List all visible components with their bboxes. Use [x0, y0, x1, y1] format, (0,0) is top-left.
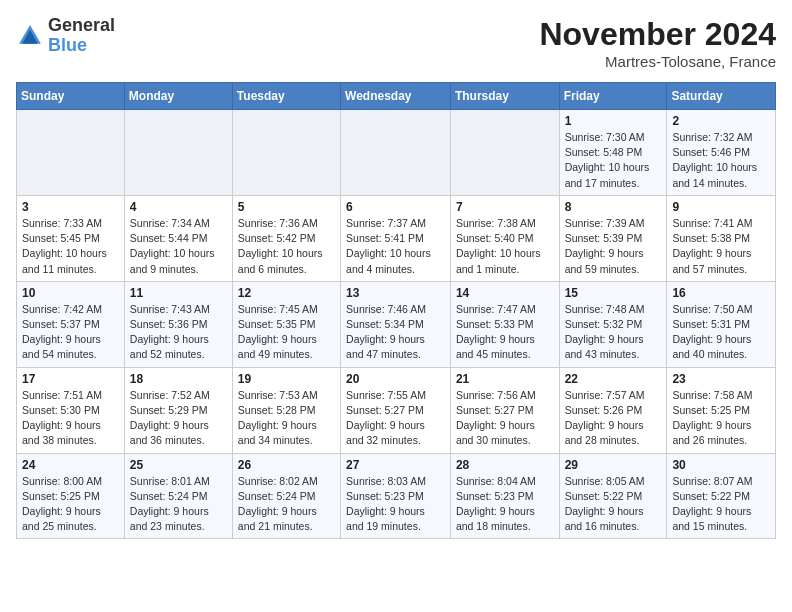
day-info: Sunrise: 7:48 AM Sunset: 5:32 PM Dayligh…	[565, 302, 662, 363]
day-info: Sunrise: 8:02 AM Sunset: 5:24 PM Dayligh…	[238, 474, 335, 535]
day-number: 26	[238, 458, 335, 472]
day-number: 29	[565, 458, 662, 472]
calendar-cell	[232, 110, 340, 196]
calendar-week-row: 17Sunrise: 7:51 AM Sunset: 5:30 PM Dayli…	[17, 367, 776, 453]
day-number: 1	[565, 114, 662, 128]
calendar-cell: 10Sunrise: 7:42 AM Sunset: 5:37 PM Dayli…	[17, 281, 125, 367]
day-number: 17	[22, 372, 119, 386]
calendar-cell: 12Sunrise: 7:45 AM Sunset: 5:35 PM Dayli…	[232, 281, 340, 367]
calendar-cell: 25Sunrise: 8:01 AM Sunset: 5:24 PM Dayli…	[124, 453, 232, 539]
day-info: Sunrise: 8:01 AM Sunset: 5:24 PM Dayligh…	[130, 474, 227, 535]
day-number: 27	[346, 458, 445, 472]
day-number: 28	[456, 458, 554, 472]
weekday-header-monday: Monday	[124, 83, 232, 110]
day-number: 5	[238, 200, 335, 214]
day-info: Sunrise: 7:55 AM Sunset: 5:27 PM Dayligh…	[346, 388, 445, 449]
day-number: 13	[346, 286, 445, 300]
calendar-cell: 21Sunrise: 7:56 AM Sunset: 5:27 PM Dayli…	[450, 367, 559, 453]
calendar-cell: 18Sunrise: 7:52 AM Sunset: 5:29 PM Dayli…	[124, 367, 232, 453]
weekday-header-sunday: Sunday	[17, 83, 125, 110]
day-number: 30	[672, 458, 770, 472]
calendar-cell: 3Sunrise: 7:33 AM Sunset: 5:45 PM Daylig…	[17, 195, 125, 281]
calendar-cell: 27Sunrise: 8:03 AM Sunset: 5:23 PM Dayli…	[341, 453, 451, 539]
calendar-week-row: 3Sunrise: 7:33 AM Sunset: 5:45 PM Daylig…	[17, 195, 776, 281]
day-info: Sunrise: 7:43 AM Sunset: 5:36 PM Dayligh…	[130, 302, 227, 363]
calendar-cell: 15Sunrise: 7:48 AM Sunset: 5:32 PM Dayli…	[559, 281, 667, 367]
day-info: Sunrise: 7:36 AM Sunset: 5:42 PM Dayligh…	[238, 216, 335, 277]
logo: General Blue	[16, 16, 115, 56]
day-info: Sunrise: 7:52 AM Sunset: 5:29 PM Dayligh…	[130, 388, 227, 449]
calendar-cell: 28Sunrise: 8:04 AM Sunset: 5:23 PM Dayli…	[450, 453, 559, 539]
calendar-cell: 14Sunrise: 7:47 AM Sunset: 5:33 PM Dayli…	[450, 281, 559, 367]
day-info: Sunrise: 7:33 AM Sunset: 5:45 PM Dayligh…	[22, 216, 119, 277]
day-info: Sunrise: 7:38 AM Sunset: 5:40 PM Dayligh…	[456, 216, 554, 277]
calendar-cell: 24Sunrise: 8:00 AM Sunset: 5:25 PM Dayli…	[17, 453, 125, 539]
day-number: 24	[22, 458, 119, 472]
calendar-cell: 23Sunrise: 7:58 AM Sunset: 5:25 PM Dayli…	[667, 367, 776, 453]
day-number: 18	[130, 372, 227, 386]
logo-blue-text: Blue	[48, 35, 87, 55]
calendar-cell: 2Sunrise: 7:32 AM Sunset: 5:46 PM Daylig…	[667, 110, 776, 196]
day-info: Sunrise: 7:51 AM Sunset: 5:30 PM Dayligh…	[22, 388, 119, 449]
calendar-cell: 22Sunrise: 7:57 AM Sunset: 5:26 PM Dayli…	[559, 367, 667, 453]
day-info: Sunrise: 8:00 AM Sunset: 5:25 PM Dayligh…	[22, 474, 119, 535]
calendar-cell: 5Sunrise: 7:36 AM Sunset: 5:42 PM Daylig…	[232, 195, 340, 281]
calendar-cell: 29Sunrise: 8:05 AM Sunset: 5:22 PM Dayli…	[559, 453, 667, 539]
weekday-header-tuesday: Tuesday	[232, 83, 340, 110]
calendar-cell	[450, 110, 559, 196]
day-info: Sunrise: 7:32 AM Sunset: 5:46 PM Dayligh…	[672, 130, 770, 191]
calendar-cell: 4Sunrise: 7:34 AM Sunset: 5:44 PM Daylig…	[124, 195, 232, 281]
day-number: 16	[672, 286, 770, 300]
calendar-cell: 26Sunrise: 8:02 AM Sunset: 5:24 PM Dayli…	[232, 453, 340, 539]
calendar-week-row: 24Sunrise: 8:00 AM Sunset: 5:25 PM Dayli…	[17, 453, 776, 539]
day-info: Sunrise: 7:46 AM Sunset: 5:34 PM Dayligh…	[346, 302, 445, 363]
day-info: Sunrise: 7:34 AM Sunset: 5:44 PM Dayligh…	[130, 216, 227, 277]
day-info: Sunrise: 8:03 AM Sunset: 5:23 PM Dayligh…	[346, 474, 445, 535]
weekday-header-thursday: Thursday	[450, 83, 559, 110]
day-number: 23	[672, 372, 770, 386]
day-number: 20	[346, 372, 445, 386]
day-number: 22	[565, 372, 662, 386]
day-number: 25	[130, 458, 227, 472]
day-info: Sunrise: 8:07 AM Sunset: 5:22 PM Dayligh…	[672, 474, 770, 535]
day-number: 15	[565, 286, 662, 300]
day-number: 7	[456, 200, 554, 214]
calendar-cell: 11Sunrise: 7:43 AM Sunset: 5:36 PM Dayli…	[124, 281, 232, 367]
calendar-cell	[17, 110, 125, 196]
calendar-cell: 30Sunrise: 8:07 AM Sunset: 5:22 PM Dayli…	[667, 453, 776, 539]
day-info: Sunrise: 8:05 AM Sunset: 5:22 PM Dayligh…	[565, 474, 662, 535]
weekday-header-wednesday: Wednesday	[341, 83, 451, 110]
day-info: Sunrise: 7:30 AM Sunset: 5:48 PM Dayligh…	[565, 130, 662, 191]
calendar-cell: 17Sunrise: 7:51 AM Sunset: 5:30 PM Dayli…	[17, 367, 125, 453]
calendar-cell: 20Sunrise: 7:55 AM Sunset: 5:27 PM Dayli…	[341, 367, 451, 453]
calendar-cell	[124, 110, 232, 196]
day-number: 19	[238, 372, 335, 386]
day-info: Sunrise: 8:04 AM Sunset: 5:23 PM Dayligh…	[456, 474, 554, 535]
day-number: 3	[22, 200, 119, 214]
calendar-cell: 1Sunrise: 7:30 AM Sunset: 5:48 PM Daylig…	[559, 110, 667, 196]
day-number: 2	[672, 114, 770, 128]
day-number: 4	[130, 200, 227, 214]
day-info: Sunrise: 7:53 AM Sunset: 5:28 PM Dayligh…	[238, 388, 335, 449]
calendar-cell: 19Sunrise: 7:53 AM Sunset: 5:28 PM Dayli…	[232, 367, 340, 453]
day-info: Sunrise: 7:58 AM Sunset: 5:25 PM Dayligh…	[672, 388, 770, 449]
day-info: Sunrise: 7:45 AM Sunset: 5:35 PM Dayligh…	[238, 302, 335, 363]
title-block: November 2024 Martres-Tolosane, France	[539, 16, 776, 70]
calendar-table: SundayMondayTuesdayWednesdayThursdayFrid…	[16, 82, 776, 539]
day-number: 14	[456, 286, 554, 300]
calendar-cell: 13Sunrise: 7:46 AM Sunset: 5:34 PM Dayli…	[341, 281, 451, 367]
logo-text: General Blue	[48, 16, 115, 56]
calendar-cell: 6Sunrise: 7:37 AM Sunset: 5:41 PM Daylig…	[341, 195, 451, 281]
logo-icon	[16, 22, 44, 50]
day-number: 21	[456, 372, 554, 386]
day-info: Sunrise: 7:39 AM Sunset: 5:39 PM Dayligh…	[565, 216, 662, 277]
day-number: 8	[565, 200, 662, 214]
weekday-header-saturday: Saturday	[667, 83, 776, 110]
month-title: November 2024	[539, 16, 776, 53]
day-info: Sunrise: 7:41 AM Sunset: 5:38 PM Dayligh…	[672, 216, 770, 277]
calendar-cell: 16Sunrise: 7:50 AM Sunset: 5:31 PM Dayli…	[667, 281, 776, 367]
day-number: 9	[672, 200, 770, 214]
calendar-week-row: 1Sunrise: 7:30 AM Sunset: 5:48 PM Daylig…	[17, 110, 776, 196]
weekday-header-row: SundayMondayTuesdayWednesdayThursdayFrid…	[17, 83, 776, 110]
day-number: 12	[238, 286, 335, 300]
